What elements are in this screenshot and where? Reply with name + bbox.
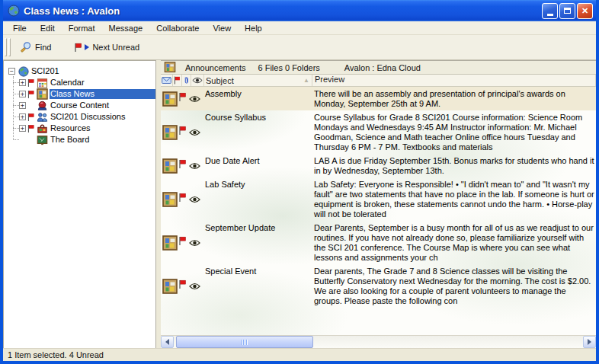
message-panel: Announcements 6 Files 0 Folders Avalon :… xyxy=(161,60,596,348)
board-icon xyxy=(36,135,49,145)
tree-item-course-content[interactable]: + Course Content xyxy=(4,100,155,111)
bulletin-board-icon xyxy=(162,91,178,107)
eye-icon xyxy=(189,239,200,247)
toolbar-gripper[interactable] xyxy=(5,38,12,56)
eye-icon xyxy=(192,77,203,84)
next-unread-label: Next Unread xyxy=(92,43,139,52)
paperclip-icon xyxy=(184,76,189,85)
message-preview: LAB A is due Friday September 15th. Bonu… xyxy=(312,155,596,176)
close-button[interactable]: ✕ xyxy=(577,3,593,19)
tree-root-label[interactable]: SCI201 xyxy=(30,66,62,76)
next-unread-button[interactable]: Next Unread xyxy=(69,40,144,55)
calendar-icon xyxy=(36,78,49,88)
unread-flag-icon xyxy=(178,159,187,169)
titlebar: Class News : Avalon ✕ xyxy=(3,0,596,21)
flag-icon xyxy=(74,43,82,53)
tree-item-label[interactable]: Course Content xyxy=(50,101,111,110)
tree-item-resources[interactable]: + Resources xyxy=(4,123,155,134)
menubar: FileEditFormatMessageCollaborateViewHelp xyxy=(3,21,596,35)
message-subject[interactable]: Course Syllabus xyxy=(203,112,312,152)
eye-icon xyxy=(189,129,200,136)
menu-item-edit[interactable]: Edit xyxy=(34,23,62,34)
scrollbar-thumb[interactable] xyxy=(176,336,313,348)
column-viewed[interactable] xyxy=(191,75,204,86)
app-window: Class News : Avalon ✕ FileEditFormatMess… xyxy=(0,0,599,364)
horizontal-scrollbar[interactable] xyxy=(161,335,596,348)
message-subject[interactable]: Lab Safety xyxy=(203,179,312,219)
resources-icon xyxy=(36,123,49,134)
expand-box-icon[interactable]: + xyxy=(19,113,26,120)
course-content-icon xyxy=(36,101,49,111)
discussions-icon xyxy=(36,112,49,123)
tree-item-sci201-discussions[interactable]: + SCI201 Discussions xyxy=(4,111,155,123)
bulletin-board-icon xyxy=(164,62,176,73)
sort-ascending-icon[interactable]: ▲ xyxy=(303,77,309,84)
message-list: Assembly There will be an assembly and p… xyxy=(161,87,596,335)
unread-flag-icon xyxy=(178,126,187,136)
message-row[interactable]: Due Date Alert LAB A is due Friday Septe… xyxy=(161,154,596,177)
message-row[interactable]: Assembly There will be an assembly and p… xyxy=(161,87,596,110)
message-subject[interactable]: September Update xyxy=(203,222,312,263)
message-row[interactable]: Lab Safety Lab Safety: Everyone is Respo… xyxy=(161,177,596,221)
unread-flag-icon xyxy=(178,236,187,246)
message-preview: There will be an assembly and presentati… xyxy=(312,88,596,109)
message-row[interactable]: September Update Dear Parents, September… xyxy=(161,221,596,264)
collapse-box-icon[interactable]: − xyxy=(8,68,15,75)
maximize-button[interactable] xyxy=(559,3,575,19)
eye-icon xyxy=(189,95,200,103)
expand-box-icon[interactable]: + xyxy=(19,102,26,109)
column-subject[interactable]: Subject ▲ xyxy=(204,75,312,86)
column-envelope[interactable] xyxy=(161,75,173,86)
message-subject[interactable]: Special Event xyxy=(203,266,312,306)
tree-root[interactable]: − SCI201 xyxy=(4,65,155,77)
tree-item-label[interactable]: Class News xyxy=(50,89,155,99)
menu-item-collaborate[interactable]: Collaborate xyxy=(149,23,206,34)
menu-item-view[interactable]: View xyxy=(206,23,238,34)
tree-item-label[interactable]: Resources xyxy=(50,123,93,133)
status-text: 1 Item selected. 4 Unread xyxy=(8,350,104,359)
tree-item-label[interactable]: The Board xyxy=(50,135,91,145)
minimize-button[interactable] xyxy=(542,3,558,19)
tree-item-calendar[interactable]: + Calendar xyxy=(4,77,155,88)
tree-item-the-board[interactable]: The Board xyxy=(4,134,155,145)
column-preview[interactable]: Preview xyxy=(312,75,596,86)
eye-icon xyxy=(189,162,200,170)
column-flag[interactable] xyxy=(173,75,182,86)
message-preview: Dear parents, The Grade 7 and 8 Science … xyxy=(312,266,596,306)
unread-flag-icon xyxy=(26,90,36,99)
bulletin-board-icon xyxy=(162,235,178,251)
message-subject[interactable]: Due Date Alert xyxy=(203,155,312,176)
message-row[interactable]: Course Syllabus Course Syllabus for Grad… xyxy=(161,110,596,154)
window-title: Class News : Avalon xyxy=(24,5,542,17)
tree-item-label[interactable]: SCI201 Discussions xyxy=(50,112,127,122)
bulletin-board-icon xyxy=(162,125,178,140)
conference-tree: − SCI201 + Calendar + Class News + xyxy=(3,60,156,348)
unread-flag-icon xyxy=(178,92,187,102)
globe-icon xyxy=(8,5,20,17)
tree-item-label[interactable]: Calendar xyxy=(50,78,87,88)
unread-flag-icon xyxy=(178,279,187,289)
menu-item-message[interactable]: Message xyxy=(102,23,150,34)
find-label: Find xyxy=(35,43,51,52)
unread-flag-icon xyxy=(26,113,36,122)
tree-item-class-news[interactable]: + Class News xyxy=(4,88,155,100)
bulletin-board-icon xyxy=(162,158,178,174)
column-attachment[interactable] xyxy=(182,75,191,86)
message-subject[interactable]: Assembly xyxy=(203,88,312,109)
menu-item-help[interactable]: Help xyxy=(238,23,269,34)
unread-flag-icon xyxy=(178,193,187,203)
class-news-icon xyxy=(36,88,49,100)
scroll-right-button[interactable] xyxy=(583,336,596,348)
arrow-right-icon xyxy=(85,44,89,50)
eye-icon xyxy=(189,196,200,203)
expand-box-icon[interactable]: + xyxy=(19,125,26,132)
expand-box-icon[interactable]: + xyxy=(19,79,26,86)
expand-box-icon[interactable]: + xyxy=(19,91,26,97)
message-preview: Course Syllabus for Grade 8 SCI201 Cours… xyxy=(312,112,596,152)
menu-item-file[interactable]: File xyxy=(6,23,34,34)
menu-item-format[interactable]: Format xyxy=(62,23,102,34)
globe-icon xyxy=(17,66,30,77)
find-button[interactable]: Find xyxy=(15,39,56,56)
message-row[interactable]: Special Event Dear parents, The Grade 7 … xyxy=(161,264,596,308)
scroll-left-button[interactable] xyxy=(161,336,174,348)
